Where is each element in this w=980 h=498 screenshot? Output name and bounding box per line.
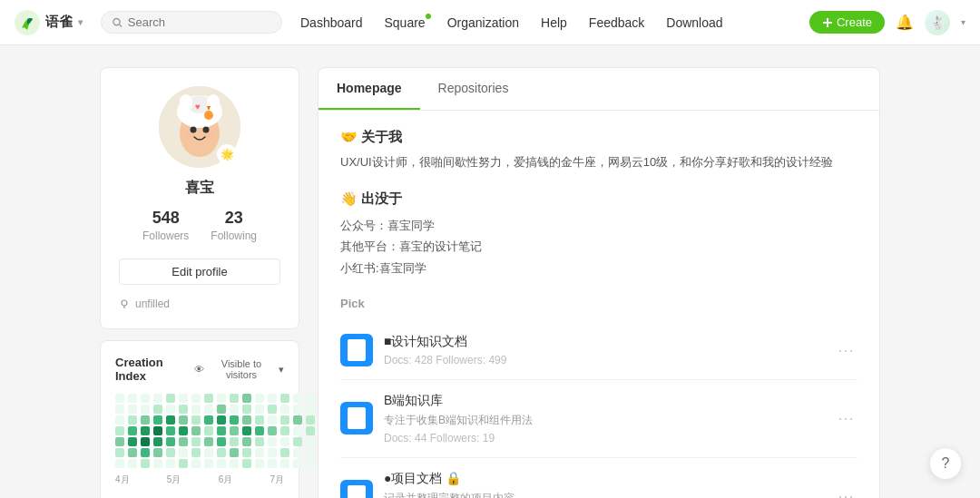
heatmap-cell [306, 448, 315, 457]
left-sidebar: ♥ [100, 67, 299, 498]
tab-homepage[interactable]: Homepage [318, 68, 420, 110]
heatmap-cell [306, 394, 315, 403]
heatmap-grid [115, 394, 284, 468]
help-button[interactable]: ? [929, 447, 962, 480]
search-icon [113, 17, 122, 28]
heatmap-cell [255, 394, 264, 403]
heatmap-cell [268, 448, 277, 457]
heatmap-cell [128, 459, 137, 468]
heatmap-cell [217, 405, 226, 414]
logo[interactable]: 语雀 ▾ [15, 10, 83, 35]
svg-point-17 [122, 300, 127, 306]
heatmap-cell [293, 448, 302, 457]
create-button[interactable]: Create [809, 11, 885, 34]
pick-item[interactable]: ■设计知识文档Docs: 428 Followers: 499⋯ [340, 321, 858, 380]
heatmap-cell [141, 394, 150, 403]
heatmap-cell [306, 437, 315, 446]
pick-more-button[interactable]: ⋯ [834, 405, 858, 432]
heatmap-cell [153, 459, 162, 468]
nav-square[interactable]: Square [385, 15, 426, 30]
heatmap-cell [293, 394, 302, 403]
about-text: UX/UI设计师，很啪间歇性努力，爱搞钱的金牛座，网易云10级，和你分享好歌和我… [340, 153, 858, 172]
heatmap-cell [166, 426, 175, 435]
nav-feedback[interactable]: Feedback [589, 15, 644, 30]
nav-links: Dashboard Square Organization Help Feedb… [300, 15, 809, 30]
pick-more-button[interactable]: ⋯ [834, 337, 858, 364]
profile-stats: 548 Followers 23 Following [119, 209, 280, 242]
creation-index-card: Creation Index 👁 Visible to visitors ▾ 4… [100, 340, 299, 498]
heatmap-cell [166, 448, 175, 457]
pick-icon [340, 480, 373, 498]
heatmap-cell [166, 405, 175, 414]
heatmap-cell [115, 394, 124, 403]
heatmap-cell [179, 459, 188, 468]
heatmap-cell [217, 394, 226, 403]
top-navigation: 语雀 ▾ Dashboard Square Organization Help … [0, 0, 980, 45]
heatmap-cell [153, 426, 162, 435]
heatmap-cell [280, 415, 289, 425]
edit-profile-button[interactable]: Edit profile [119, 259, 280, 285]
heatmap-cell [115, 405, 124, 414]
heatmap-cell [141, 415, 150, 425]
logo-chevron: ▾ [78, 17, 83, 27]
right-main: Homepage Repositories 🤝 关于我 UX/UI设计师，很啪间… [318, 67, 880, 498]
heatmap-cell [141, 459, 150, 468]
pick-icon-doc [348, 485, 366, 498]
platform-link-2: 其他平台：喜宝的设计笔记 [340, 236, 858, 257]
heatmap-cell [293, 459, 302, 468]
profile-name: 喜宝 [119, 179, 280, 198]
about-section: 🤝 关于我 UX/UI设计师，很啪间歇性努力，爱搞钱的金牛座，网易云10级，和你… [340, 129, 858, 172]
heatmap-cell [204, 415, 213, 425]
notification-bell[interactable]: 🔔 [896, 14, 914, 31]
heatmap-cell [217, 448, 226, 457]
pick-icon [340, 402, 373, 435]
nav-organization[interactable]: Organization [447, 15, 519, 30]
search-bar[interactable] [101, 11, 282, 34]
heatmap-cell [255, 437, 264, 446]
location-text: unfilled [135, 298, 170, 310]
heatmap-cell [230, 437, 239, 446]
heatmap-cell [280, 459, 289, 468]
heatmap-cell [166, 459, 175, 468]
heatmap-cell [141, 437, 150, 446]
heatmap-cell [280, 405, 289, 414]
heatmap-cell [179, 405, 188, 414]
avatar-chevron[interactable]: ▾ [961, 17, 965, 27]
following-count: 23 [211, 209, 257, 228]
heatmap-cell [268, 426, 277, 435]
avatar-level-badge: 🌟 [217, 144, 237, 164]
nav-help[interactable]: Help [541, 15, 567, 30]
nav-dashboard[interactable]: Dashboard [300, 15, 363, 30]
heatmap-cell [128, 448, 137, 457]
svg-line-2 [120, 24, 122, 26]
heatmap-cell [179, 426, 188, 435]
heatmap-cell [230, 459, 239, 468]
heatmap-cell [191, 415, 201, 425]
pick-item[interactable]: ●项目文档 🔒记录并整理完整的项目内容Docs: 88 Followers: 1… [340, 458, 858, 498]
heatmap-cell [204, 437, 213, 446]
followers-stat[interactable]: 548 Followers [142, 209, 189, 242]
following-stat[interactable]: 23 Following [211, 209, 257, 242]
visibility-toggle[interactable]: 👁 Visible to visitors ▾ [194, 358, 284, 380]
profile-content: 🤝 关于我 UX/UI设计师，很啪间歇性努力，爱搞钱的金牛座，网易云10级，和你… [318, 111, 880, 498]
tab-repositories[interactable]: Repositories [420, 68, 527, 110]
avatar-wrap: ♥ [159, 86, 240, 168]
heatmap-cell [179, 394, 188, 403]
following-label: Following [211, 229, 257, 242]
heatmap-cell [115, 459, 124, 468]
chevron-down-icon: ▾ [279, 364, 284, 376]
user-avatar-nav[interactable]: 🐇 [925, 10, 950, 35]
heatmap-cell [230, 394, 239, 403]
nav-download[interactable]: Download [666, 15, 722, 30]
heatmap-cell [204, 448, 213, 457]
pick-list: ■设计知识文档Docs: 428 Followers: 499⋯B端知识库专注于… [340, 321, 858, 498]
search-input[interactable] [128, 15, 270, 29]
from-heading: 👋 出没于 [340, 190, 858, 208]
pick-title: ●项目文档 🔒 [384, 471, 823, 487]
pick-title: ■设计知识文档 [384, 334, 823, 350]
pick-more-button[interactable]: ⋯ [834, 483, 858, 498]
pick-item[interactable]: B端知识库专注于收集B端知识和组件用法Docs: 44 Followers: 1… [340, 380, 858, 458]
heatmap-cell [255, 426, 264, 435]
pick-meta: Docs: 428 Followers: 499 [384, 354, 823, 366]
svg-point-12 [191, 127, 197, 133]
